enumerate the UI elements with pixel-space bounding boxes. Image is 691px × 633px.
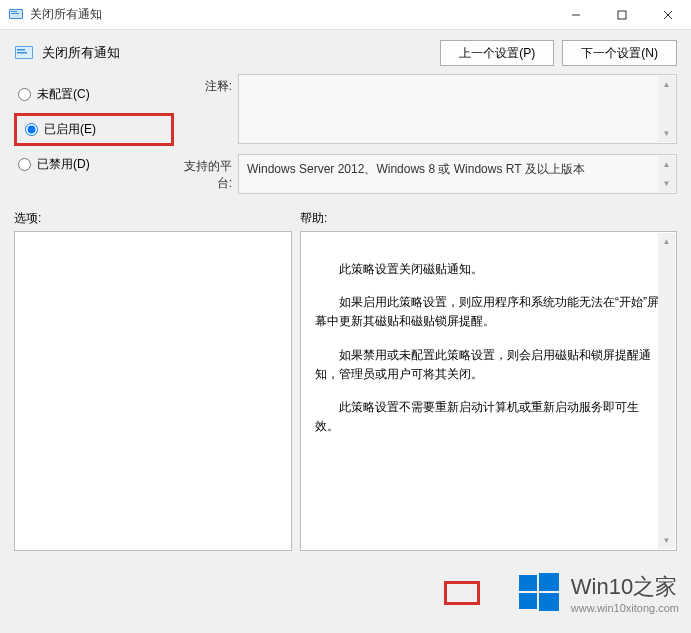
help-p2: 如果启用此策略设置，则应用程序和系统功能无法在“开始”屏幕中更新其磁贴和磁贴锁屏… [315,293,662,331]
platform-row: 支持的平台: Windows Server 2012、Windows 8 或 W… [174,154,677,194]
svg-rect-14 [519,593,537,609]
help-p3: 如果禁用或未配置此策略设置，则会启用磁贴和锁屏提醒通知，管理员或用户可将其关闭。 [315,346,662,384]
svg-rect-11 [17,52,27,54]
options-panel [14,231,292,551]
close-button[interactable] [645,0,691,29]
svg-rect-5 [618,11,626,19]
svg-rect-10 [17,49,25,51]
svg-rect-2 [11,11,17,12]
watermark: Win10之家 www.win10xitong.com [517,571,679,615]
svg-rect-13 [539,573,559,591]
scroll-up-icon[interactable]: ▲ [658,156,675,173]
platform-scrollbar[interactable]: ▲ ▼ [658,156,675,192]
svg-rect-15 [539,593,559,611]
comment-row: 注释: ▲ ▼ [174,74,677,144]
platform-value: Windows Server 2012、Windows 8 或 Windows … [247,162,585,176]
help-scrollbar[interactable]: ▲ ▼ [658,233,675,549]
watermark-url: www.win10xitong.com [571,602,679,614]
next-setting-button[interactable]: 下一个设置(N) [562,40,677,66]
panels-row: 此策略设置关闭磁贴通知。 如果启用此策略设置，则应用程序和系统功能无法在“开始”… [0,231,691,551]
help-panel: 此策略设置关闭磁贴通知。 如果启用此策略设置，则应用程序和系统功能无法在“开始”… [300,231,677,551]
svg-rect-3 [11,13,19,14]
comment-box[interactable]: ▲ ▼ [238,74,677,144]
scroll-down-icon[interactable]: ▼ [658,125,675,142]
radio-enabled-input[interactable] [25,123,38,136]
comment-label: 注释: [174,74,238,144]
panel-labels: 选项: 帮助: [0,204,691,231]
help-p1: 此策略设置关闭磁贴通知。 [315,260,662,279]
help-text: 此策略设置关闭磁贴通知。 如果启用此策略设置，则应用程序和系统功能无法在“开始”… [315,260,662,436]
radio-not-configured[interactable]: 未配置(C) [14,78,174,111]
config-area: 未配置(C) 已启用(E) 已禁用(D) 注释: ▲ ▼ 支持的平台: [0,74,691,204]
radio-enabled-label: 已启用(E) [44,121,96,138]
help-p4: 此策略设置不需要重新启动计算机或重新启动服务即可生效。 [315,398,662,436]
options-label: 选项: [14,210,300,227]
highlight-enabled: 已启用(E) [14,113,174,146]
highlight-confirm-button [444,581,480,605]
scroll-down-icon[interactable]: ▼ [658,532,675,549]
scroll-up-icon[interactable]: ▲ [658,76,675,93]
maximize-button[interactable] [599,0,645,29]
radio-enabled[interactable]: 已启用(E) [21,121,167,138]
fields-column: 注释: ▲ ▼ 支持的平台: Windows Server 2012、Windo… [174,74,677,204]
help-label: 帮助: [300,210,327,227]
policy-title: 关闭所有通知 [42,44,432,62]
window-controls [553,0,691,29]
platform-box: Windows Server 2012、Windows 8 或 Windows … [238,154,677,194]
app-icon [8,7,24,23]
radio-column: 未配置(C) 已启用(E) 已禁用(D) [14,74,174,204]
comment-scrollbar[interactable]: ▲ ▼ [658,76,675,142]
windows-logo-icon [517,571,561,615]
policy-icon [14,43,34,63]
radio-disabled[interactable]: 已禁用(D) [14,148,174,181]
radio-disabled-input[interactable] [18,158,31,171]
minimize-button[interactable] [553,0,599,29]
scroll-down-icon[interactable]: ▼ [658,175,675,192]
watermark-title: Win10之家 [571,572,677,602]
window-title: 关闭所有通知 [30,6,553,23]
radio-not-configured-input[interactable] [18,88,31,101]
platform-label: 支持的平台: [174,154,238,194]
prev-setting-button[interactable]: 上一个设置(P) [440,40,554,66]
radio-not-configured-label: 未配置(C) [37,86,90,103]
titlebar: 关闭所有通知 [0,0,691,30]
svg-rect-12 [519,575,537,591]
scroll-up-icon[interactable]: ▲ [658,233,675,250]
header-row: 关闭所有通知 上一个设置(P) 下一个设置(N) [0,30,691,74]
radio-disabled-label: 已禁用(D) [37,156,90,173]
